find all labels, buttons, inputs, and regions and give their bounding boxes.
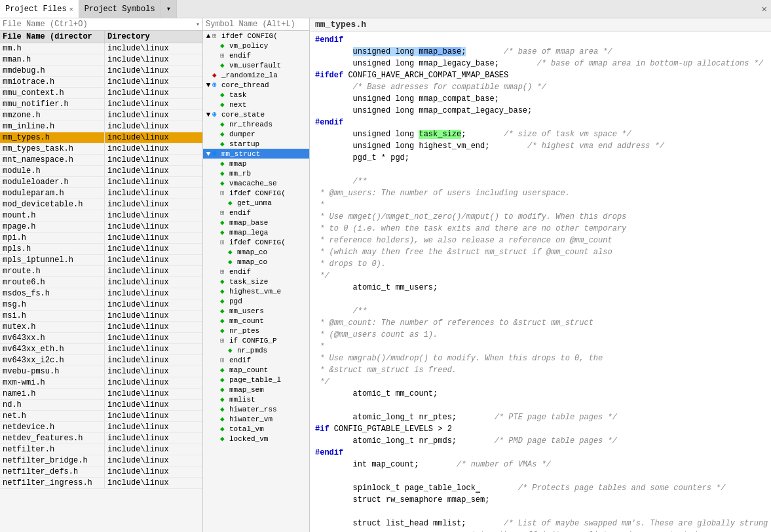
code-content[interactable]: #endif unsigned long mmap_base; /* base … [310, 31, 771, 532]
file-row[interactable]: mutex.hinclude\linux [0, 322, 202, 333]
close-panel-button[interactable]: ✕ [758, 3, 771, 14]
file-row[interactable]: mv643xx.hinclude\linux [0, 333, 202, 344]
file-row[interactable]: mxm-wmi.hinclude\linux [0, 377, 202, 389]
tree-item[interactable]: ▼⊕core_thread [203, 80, 309, 90]
tree-item[interactable]: ◆pgd [203, 296, 309, 306]
file-row[interactable]: mod_devicetable.hinclude\linux [0, 199, 202, 210]
tree-item[interactable]: ◆startup [203, 139, 309, 149]
tree-item[interactable]: ◆highest_vm_e [203, 286, 309, 296]
tree-item[interactable]: ◆nr_pmds [203, 345, 309, 355]
file-row[interactable]: msdos_fs.hinclude\linux [0, 288, 202, 299]
tree-item[interactable]: ◆page_table_l [203, 375, 309, 385]
file-row[interactable]: mpls.hinclude\linux [0, 244, 202, 255]
file-row[interactable]: mnt_namespace.hinclude\linux [0, 155, 202, 166]
file-name-cell: mount.h [0, 210, 105, 221]
tree-item[interactable]: ◆mmap [203, 159, 309, 168]
tree-item[interactable]: ◆mmap_lega [203, 227, 309, 237]
tree-item[interactable]: ◆vm_userfault [203, 60, 309, 70]
tab-project-symbols[interactable]: Project Symbols [79, 0, 161, 18]
tree-item[interactable]: ▼⊕core_state [203, 109, 309, 119]
tree-item-label: mmap_sem [229, 386, 264, 394]
tree-item[interactable]: ◆mmap_co [203, 257, 309, 267]
tree-item[interactable]: ◆mmap_base [203, 218, 309, 227]
tree-item[interactable]: ⊞if CONFIG_P [203, 335, 309, 345]
tree-item[interactable]: ◆mmlist [203, 394, 309, 404]
tree-item[interactable]: ◆hiwater_vm [203, 414, 309, 424]
file-row[interactable]: nd.hinclude\linux [0, 400, 202, 411]
file-row[interactable]: mroute.hinclude\linux [0, 266, 202, 277]
file-search-dropdown-icon[interactable]: ▾ [196, 20, 200, 28]
tree-item[interactable]: ▲⊞ifdef CONFIG( [203, 31, 309, 41]
tree-item[interactable]: ◆nr_threads [203, 119, 309, 129]
file-dir-cell: include\linux [105, 155, 172, 165]
file-row[interactable]: mpls_iptunnel.hinclude\linux [0, 255, 202, 266]
tab-project-files-close[interactable]: ✕ [69, 5, 73, 13]
file-search-input[interactable] [3, 20, 196, 29]
file-row[interactable]: mpage.hinclude\linux [0, 221, 202, 233]
tree-item-label: core_state [221, 111, 265, 119]
file-row[interactable]: msg.hinclude\linux [0, 299, 202, 311]
tree-item[interactable]: ◆hiwater_rss [203, 404, 309, 414]
tree-item[interactable]: ◆map_count [203, 365, 309, 375]
file-row[interactable]: moduleparam.hinclude\linux [0, 188, 202, 199]
tree-item[interactable]: ◆total_vm [203, 424, 309, 434]
file-row[interactable]: msi.hinclude\linux [0, 311, 202, 322]
tree-item[interactable]: ◆next [203, 100, 309, 109]
file-row[interactable]: mvebu-pmsu.hinclude\linux [0, 366, 202, 377]
file-row[interactable]: netfilter.hinclude\linux [0, 444, 202, 455]
file-row[interactable]: netdev_features.hinclude\linux [0, 433, 202, 444]
tree-toggle[interactable]: ▲ [204, 32, 212, 40]
tree-item[interactable]: ◆mm_rb [203, 168, 309, 178]
file-row[interactable]: netfilter_bridge.hinclude\linux [0, 455, 202, 466]
file-row[interactable]: netdevice.hinclude\linux [0, 422, 202, 433]
file-row[interactable]: net.hinclude\linux [0, 411, 202, 422]
tree-item[interactable]: ◆task [203, 90, 309, 100]
file-row[interactable]: netfilter_defs.hinclude\linux [0, 466, 202, 478]
tree-item[interactable]: ◆mm_count [203, 316, 309, 326]
file-row[interactable]: mm_types_task.hinclude\linux [0, 143, 202, 155]
tab-project-files[interactable]: Project Files ✕ [0, 0, 79, 18]
tree-item[interactable]: ◆vm_policy [203, 41, 309, 50]
tree-item[interactable]: ⊞ifdef CONFIG( [203, 237, 309, 247]
tab-dropdown-arrow[interactable]: ▾ [161, 0, 177, 18]
tree-item[interactable]: ◆nr_ptes [203, 326, 309, 335]
tree-item[interactable]: ◆get_unma [203, 198, 309, 208]
file-row[interactable]: mm_types.hinclude\linux [0, 132, 202, 143]
file-row[interactable]: mmu_notifier.hinclude\linux [0, 99, 202, 110]
tree-item[interactable]: ◆mmap_sem [203, 385, 309, 394]
tree-item[interactable]: ⊞endif [203, 267, 309, 276]
file-row[interactable]: mroute6.hinclude\linux [0, 277, 202, 288]
tree-toggle[interactable]: ▼ [204, 150, 212, 158]
file-row[interactable]: namei.hinclude\linux [0, 389, 202, 400]
file-row[interactable]: mmzone.hinclude\linux [0, 110, 202, 121]
file-row[interactable]: mmu_context.hinclude\linux [0, 88, 202, 99]
tree-item[interactable]: ◆dumper [203, 129, 309, 139]
tree-item[interactable]: ◆mm_users [203, 306, 309, 316]
file-row[interactable]: mv643xx_i2c.hinclude\linux [0, 355, 202, 366]
tree-item[interactable]: ▼⊕mm_struct [203, 149, 309, 159]
file-row[interactable]: mman.hinclude\linux [0, 54, 202, 66]
tree-item[interactable]: ◆mmap_co [203, 247, 309, 257]
tree-item[interactable]: ◆task_size [203, 276, 309, 286]
file-row[interactable]: module.hinclude\linux [0, 166, 202, 177]
tree-item[interactable]: ⊞ifdef CONFIG( [203, 188, 309, 198]
file-row[interactable]: mm_inline.hinclude\linux [0, 121, 202, 132]
file-row[interactable]: mount.hinclude\linux [0, 210, 202, 221]
tree-item[interactable]: ◆_randomize_la [203, 70, 309, 80]
file-dir-cell: include\linux [105, 255, 172, 265]
file-row[interactable]: mpi.hinclude\linux [0, 233, 202, 244]
tree-item[interactable]: ◆locked_vm [203, 434, 309, 444]
tree-item[interactable]: ⊞endif [203, 50, 309, 60]
file-row[interactable]: mmiotrace.hinclude\linux [0, 77, 202, 88]
file-row[interactable]: mmdebug.hinclude\linux [0, 66, 202, 77]
file-row[interactable]: mv643xx_eth.hinclude\linux [0, 344, 202, 355]
file-row[interactable]: moduleloader.hinclude\linux [0, 177, 202, 188]
tree-item[interactable]: ⊞endif [203, 208, 309, 218]
file-row[interactable]: mm.hinclude\linux [0, 43, 202, 54]
symbol-search-input[interactable] [206, 20, 307, 29]
tree-toggle[interactable]: ▼ [204, 81, 212, 89]
tree-item[interactable]: ⊞endif [203, 355, 309, 365]
tree-item[interactable]: ◆vmacache_se [203, 178, 309, 188]
tree-toggle[interactable]: ▼ [204, 111, 212, 119]
file-row[interactable]: netfilter_ingress.hinclude\linux [0, 478, 202, 489]
